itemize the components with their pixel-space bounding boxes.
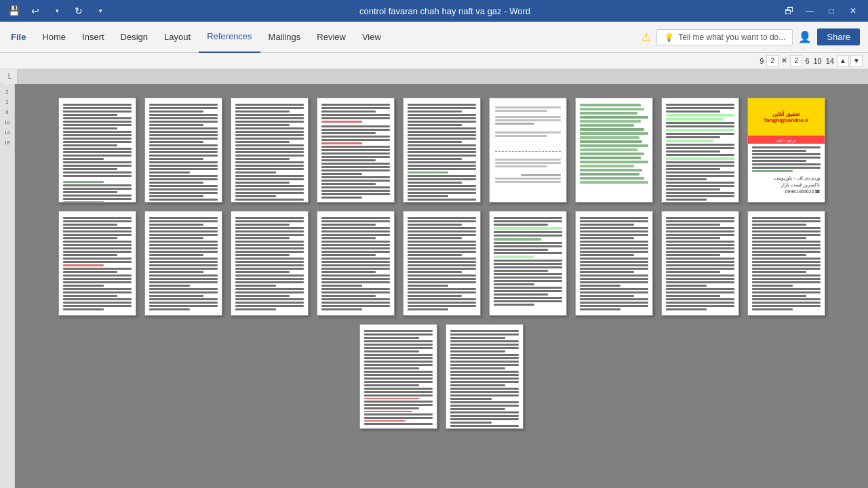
tab-view[interactable]: View xyxy=(354,22,389,53)
ruler-num-5: 14 xyxy=(5,130,10,135)
page-thumb-13[interactable] xyxy=(317,211,395,316)
restore-icon[interactable]: 🗗 xyxy=(781,3,797,19)
page-thumb-6[interactable] xyxy=(489,98,567,203)
document-view: تحقیق آنلاینTahghighonline.ir مرجع دانلو… xyxy=(15,84,868,488)
page-thumb-11[interactable] xyxy=(144,211,222,316)
zoom-val-6: 6 xyxy=(804,57,810,65)
ruler-num-2: 2 xyxy=(6,100,9,104)
ruler-num-3: 6 xyxy=(6,110,9,115)
page-row-3 xyxy=(28,324,854,429)
tab-design[interactable]: Design xyxy=(113,22,156,53)
page-thumb-4[interactable] xyxy=(317,98,395,203)
zoom-separator: ✕ xyxy=(780,56,789,65)
page-thumb-19[interactable] xyxy=(359,324,437,429)
zoom-val-1: 9 xyxy=(758,57,765,65)
page-row-2 xyxy=(28,211,854,316)
svg-rect-0 xyxy=(18,69,868,83)
zoom-controls: 9 2 ✕ 2 6 10 14 ▲ ▼ xyxy=(758,55,863,67)
tab-mailings[interactable]: Mailings xyxy=(260,22,309,53)
minimize-button[interactable]: — xyxy=(800,1,819,20)
page-thumb-12[interactable] xyxy=(231,211,309,316)
lightbulb-icon: 💡 xyxy=(664,33,674,42)
ruler-ticks xyxy=(18,69,868,83)
maximize-button[interactable]: □ xyxy=(822,1,841,20)
ruler-corner[interactable]: L xyxy=(3,69,18,84)
page-row-1: تحقیق آنلاینTahghighonline.ir مرجع دانلو… xyxy=(28,98,854,203)
undo-dropdown-icon[interactable]: ▾ xyxy=(49,3,65,19)
tab-insert[interactable]: Insert xyxy=(74,22,113,53)
ruler-body xyxy=(18,69,868,83)
ruler-num-1: 2 xyxy=(6,89,9,94)
page-thumb-2[interactable] xyxy=(144,98,222,203)
redo-icon[interactable]: ↻ xyxy=(71,3,87,19)
page-thumb-3[interactable] xyxy=(231,98,309,203)
document-title: control favaran chah hay naft va gaz - W… xyxy=(108,6,781,16)
tab-home[interactable]: Home xyxy=(34,22,74,53)
page-thumb-1[interactable] xyxy=(58,98,136,203)
page-thumb-14[interactable] xyxy=(403,211,481,316)
page-thumb-9[interactable]: تحقیق آنلاینTahghighonline.ir مرجع دانلو… xyxy=(747,98,825,203)
page-thumb-5[interactable] xyxy=(403,98,481,203)
zoom-val-14: 14 xyxy=(825,57,835,65)
warning-icon: ⚠ xyxy=(642,30,651,43)
top-controls: 9 2 ✕ 2 6 10 14 ▲ ▼ xyxy=(0,53,868,69)
undo-icon[interactable]: ↩ xyxy=(27,3,43,19)
page-thumb-10[interactable] xyxy=(58,211,136,316)
ruler-num-4: 10 xyxy=(5,120,10,125)
main-area: 2 2 6 10 14 18 xyxy=(0,84,868,488)
page-thumb-18[interactable] xyxy=(747,211,825,316)
zoom-val-10: 10 xyxy=(812,57,823,65)
title-bar: 💾 ↩ ▾ ↻ ▾ control favaran chah hay naft … xyxy=(0,0,868,22)
tab-layout[interactable]: Layout xyxy=(156,22,199,53)
zoom-up-button[interactable]: ▲ xyxy=(837,55,849,67)
tell-me-text[interactable]: Tell me what you want to do... xyxy=(678,33,785,42)
vertical-ruler: 2 2 6 10 14 18 xyxy=(0,84,15,488)
tell-me-box[interactable]: 💡 Tell me what you want to do... xyxy=(656,29,793,45)
tab-review[interactable]: Review xyxy=(309,22,354,53)
horizontal-ruler: L xyxy=(0,69,868,84)
page-thumb-7[interactable] xyxy=(575,98,653,203)
tab-references[interactable]: References xyxy=(199,22,260,53)
customize-icon[interactable]: ▾ xyxy=(92,3,108,19)
user-icon: 👤 xyxy=(798,30,812,43)
zoom-input-2[interactable]: 2 xyxy=(790,55,802,67)
ruler-num-6: 18 xyxy=(5,140,10,145)
tab-file[interactable]: File xyxy=(3,22,34,53)
share-button[interactable]: Share xyxy=(817,28,860,45)
save-icon[interactable]: 💾 xyxy=(5,3,22,19)
ribbon-right: ⚠ 💡 Tell me what you want to do... 👤 Sha… xyxy=(642,28,865,45)
page-thumb-17[interactable] xyxy=(661,211,739,316)
zoom-down-button[interactable]: ▼ xyxy=(850,55,863,67)
ribbon: File Home Insert Design Layout Reference… xyxy=(0,22,868,53)
page-thumb-15[interactable] xyxy=(489,211,567,316)
page-thumb-20[interactable] xyxy=(446,324,524,429)
page-thumb-16[interactable] xyxy=(575,211,653,316)
window-controls: 🗗 — □ ✕ xyxy=(781,1,863,20)
close-button[interactable]: ✕ xyxy=(844,1,863,20)
zoom-input-1[interactable]: 2 xyxy=(766,55,778,67)
page-thumb-8[interactable] xyxy=(661,98,739,203)
quick-access-toolbar: 💾 ↩ ▾ ↻ ▾ xyxy=(5,3,108,19)
share-label: Share xyxy=(827,32,850,42)
